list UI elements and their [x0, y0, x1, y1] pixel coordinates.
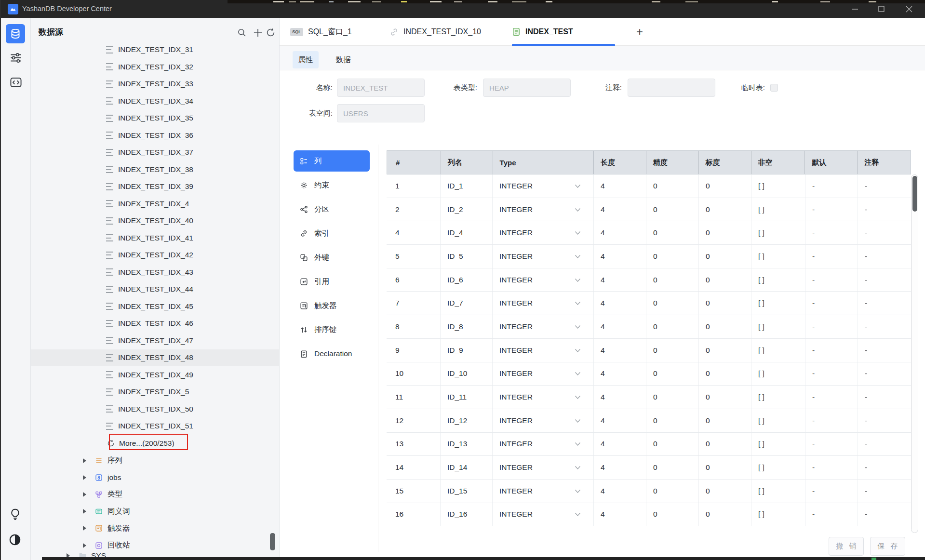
- temp-table-checkbox[interactable]: [770, 84, 778, 92]
- menu-item-partition[interactable]: 分区: [294, 199, 370, 220]
- cell-type[interactable]: INTEGER: [493, 480, 594, 503]
- tree-group-触发器[interactable]: 触发器: [31, 520, 279, 537]
- chevron-down-icon[interactable]: [575, 489, 581, 493]
- chevron-down-icon[interactable]: [575, 442, 581, 446]
- chevron-down-icon[interactable]: [575, 395, 581, 400]
- column-header-2[interactable]: 列名: [441, 151, 493, 174]
- column-header-8[interactable]: 默认: [805, 151, 858, 174]
- tree-item-index_test_idx_39[interactable]: INDEX_TEST_IDX_39: [31, 178, 279, 195]
- tab-properties[interactable]: 属性: [293, 51, 319, 68]
- plus-icon[interactable]: [253, 28, 263, 38]
- tree-item-index_test_idx_34[interactable]: INDEX_TEST_IDX_34: [31, 93, 279, 109]
- chevron-down-icon[interactable]: [575, 208, 581, 212]
- chevron-down-icon[interactable]: [575, 184, 581, 188]
- table-scrollbar-track[interactable]: [911, 174, 918, 533]
- tree-group-同义词[interactable]: 同义词: [31, 503, 279, 520]
- tree-item-index_test_idx_45[interactable]: INDEX_TEST_IDX_45: [31, 298, 279, 315]
- column-header-9[interactable]: 注释: [858, 151, 911, 174]
- expand-arrow-icon[interactable]: [83, 526, 90, 531]
- menu-item-trigger[interactable]: 触发器: [294, 295, 370, 316]
- table-row[interactable]: 7ID_7INTEGER400[ ]--: [387, 292, 911, 315]
- cell-type[interactable]: INTEGER: [493, 174, 594, 198]
- expand-arrow-icon[interactable]: [83, 492, 90, 497]
- tree-group-jobs[interactable]: jobs: [31, 469, 279, 486]
- code-nav-button[interactable]: [10, 76, 22, 89]
- cell-type[interactable]: INTEGER: [493, 362, 594, 386]
- chevron-down-icon[interactable]: [575, 254, 581, 259]
- table-row[interactable]: 2ID_2INTEGER400[ ]--: [387, 198, 911, 222]
- chevron-down-icon[interactable]: [575, 348, 581, 353]
- table-row[interactable]: 16ID_16INTEGER400[ ]--: [387, 503, 911, 527]
- minimize-button[interactable]: [844, 0, 866, 18]
- column-header-5[interactable]: 精度: [646, 151, 699, 174]
- chevron-down-icon[interactable]: [575, 466, 581, 470]
- tree-group-类型[interactable]: 类型: [31, 486, 279, 503]
- search-icon[interactable]: [237, 28, 246, 37]
- menu-item-sort-key[interactable]: 排序键: [294, 319, 370, 340]
- cell-type[interactable]: INTEGER: [493, 292, 594, 315]
- table-row[interactable]: 9ID_9INTEGER400[ ]--: [387, 339, 911, 362]
- tree-item-index_test_idx_44[interactable]: INDEX_TEST_IDX_44: [31, 281, 279, 298]
- tablespace-field[interactable]: [337, 104, 425, 122]
- settings-nav-button[interactable]: [10, 52, 22, 64]
- refresh-icon[interactable]: [266, 28, 275, 37]
- tree-item-index_test_idx_4[interactable]: INDEX_TEST_IDX_4: [31, 195, 279, 212]
- table-row[interactable]: 8ID_8INTEGER400[ ]--: [387, 315, 911, 339]
- chevron-down-icon[interactable]: [575, 325, 581, 329]
- table-row[interactable]: 5ID_5INTEGER400[ ]--: [387, 245, 911, 268]
- tree-item-index_test_idx_50[interactable]: INDEX_TEST_IDX_50: [31, 400, 279, 417]
- close-button[interactable]: [898, 0, 920, 18]
- tree-item-index_test_idx_51[interactable]: INDEX_TEST_IDX_51: [31, 418, 279, 435]
- expand-arrow-icon[interactable]: [83, 458, 90, 463]
- menu-item-columns[interactable]: 列: [294, 150, 370, 172]
- cell-type[interactable]: INTEGER: [493, 433, 594, 456]
- cell-type[interactable]: INTEGER: [493, 409, 594, 432]
- table-scrollbar-thumb[interactable]: [912, 176, 917, 212]
- tips-button[interactable]: [9, 508, 21, 520]
- tree-item-index_test_idx_31[interactable]: INDEX_TEST_IDX_31: [31, 46, 279, 58]
- table-row[interactable]: 1ID_1INTEGER400[ ]--: [387, 174, 911, 198]
- column-header-3[interactable]: Type: [493, 151, 594, 174]
- cell-type[interactable]: INTEGER: [493, 245, 594, 268]
- tree-group-序列[interactable]: 序列: [31, 452, 279, 469]
- maximize-button[interactable]: [870, 0, 892, 18]
- theme-toggle-button[interactable]: [9, 533, 21, 546]
- menu-item-reference[interactable]: 引用: [294, 271, 370, 292]
- cell-type[interactable]: INTEGER: [493, 456, 594, 479]
- chevron-down-icon[interactable]: [575, 372, 581, 376]
- table-row[interactable]: 15ID_15INTEGER400[ ]--: [387, 480, 911, 503]
- editor-tab-3[interactable]: INDEX_TEST: [512, 18, 573, 46]
- editor-tab-1[interactable]: SQLSQL_窗口_1: [290, 18, 352, 46]
- name-field[interactable]: [337, 79, 425, 97]
- cell-type[interactable]: INTEGER: [493, 503, 594, 526]
- table-row[interactable]: 13ID_13INTEGER400[ ]--: [387, 433, 911, 456]
- tree-item-index_test_idx_47[interactable]: INDEX_TEST_IDX_47: [31, 332, 279, 349]
- table-row[interactable]: 11ID_11INTEGER400[ ]--: [387, 386, 911, 409]
- tree-item-index_test_idx_33[interactable]: INDEX_TEST_IDX_33: [31, 76, 279, 93]
- cell-type[interactable]: INTEGER: [493, 268, 594, 292]
- tree-item-index_test_idx_36[interactable]: INDEX_TEST_IDX_36: [31, 127, 279, 144]
- table-row[interactable]: 12ID_12INTEGER400[ ]--: [387, 409, 911, 433]
- tree-item-index_test_idx_41[interactable]: INDEX_TEST_IDX_41: [31, 229, 279, 246]
- menu-item-foreign-key[interactable]: 外键: [294, 247, 370, 268]
- tab-data[interactable]: 数据: [330, 51, 356, 68]
- chevron-down-icon[interactable]: [575, 231, 581, 235]
- tree-group-sys[interactable]: SYS: [31, 547, 279, 559]
- cell-type[interactable]: INTEGER: [493, 339, 594, 362]
- column-header-7[interactable]: 非空: [751, 151, 805, 174]
- column-header-1[interactable]: #: [387, 151, 441, 174]
- tree-item-index_test_idx_49[interactable]: INDEX_TEST_IDX_49: [31, 366, 279, 383]
- new-tab-button[interactable]: +: [632, 25, 647, 39]
- table-row[interactable]: 10ID_10INTEGER400[ ]--: [387, 362, 911, 386]
- tree-item-index_test_idx_40[interactable]: INDEX_TEST_IDX_40: [31, 213, 279, 229]
- tree-item-index_test_idx_32[interactable]: INDEX_TEST_IDX_32: [31, 58, 279, 75]
- datasource-nav-button[interactable]: [6, 24, 25, 43]
- chevron-down-icon[interactable]: [575, 301, 581, 306]
- editor-tab-2[interactable]: INDEX_TEST_IDX_10: [389, 18, 481, 46]
- cell-type[interactable]: INTEGER: [493, 198, 594, 221]
- tree-item-index_test_idx_5[interactable]: INDEX_TEST_IDX_5: [31, 384, 279, 400]
- expand-arrow-icon[interactable]: [83, 475, 90, 480]
- tree-item-index_test_idx_42[interactable]: INDEX_TEST_IDX_42: [31, 247, 279, 264]
- menu-item-declaration[interactable]: Declaration: [294, 343, 370, 364]
- tree-scrollbar-thumb[interactable]: [270, 533, 275, 550]
